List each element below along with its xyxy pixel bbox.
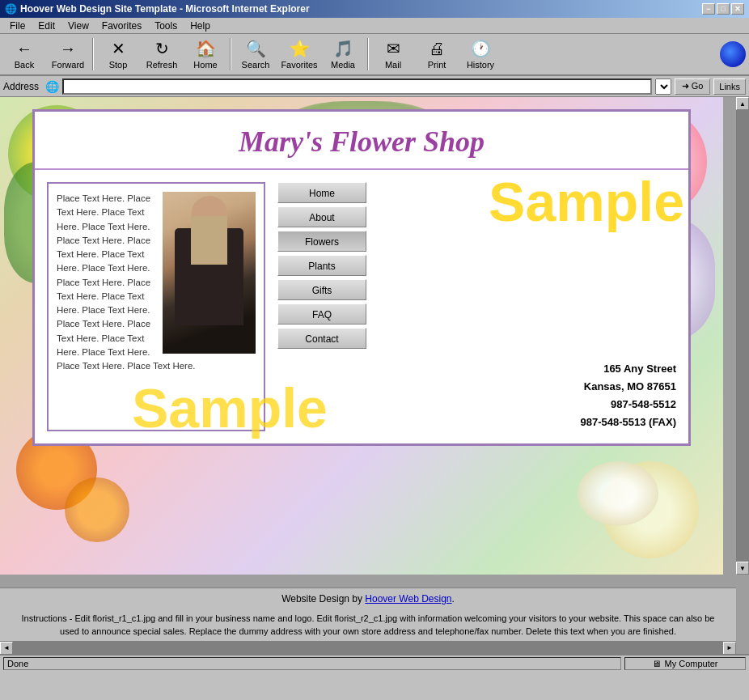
go-button[interactable]: ➜ Go: [675, 78, 711, 95]
toolbar-separator-1: [92, 38, 94, 70]
nav-faq[interactable]: FAQ: [277, 303, 366, 325]
credit-text: Website Design by: [281, 593, 365, 605]
home-icon: 🏠: [196, 39, 216, 58]
media-label: Media: [331, 60, 355, 70]
scroll-track[interactable]: [736, 110, 749, 562]
print-icon: 🖨: [429, 40, 445, 58]
window-title: Hoover Web Design Site Template - Micros…: [20, 3, 310, 15]
right-column: Sample Home About Flowers Plants Gifts F…: [277, 182, 676, 431]
toolbar-separator-2: [230, 38, 231, 70]
main-panel: Mary's Flower Shop Place Text Here. Plac…: [32, 109, 691, 446]
menu-favorites[interactable]: Favorites: [95, 19, 148, 33]
menu-bar: File Edit View Favorites Tools Help: [0, 18, 749, 34]
menu-file[interactable]: File: [3, 19, 32, 33]
favorites-label: Favorites: [281, 60, 317, 70]
person-photo: [163, 192, 256, 354]
toolbar-separator-3: [367, 38, 369, 70]
back-icon: ←: [16, 40, 32, 58]
forward-button[interactable]: → Forward: [47, 36, 89, 73]
scroll-h-track[interactable]: [13, 642, 723, 655]
address-dropdown[interactable]: [655, 78, 671, 95]
menu-help[interactable]: Help: [184, 19, 217, 33]
maximize-button[interactable]: □: [717, 3, 730, 15]
scrollbar-bottom: ◄ ►: [0, 641, 736, 654]
forward-label: Forward: [52, 60, 84, 70]
scroll-left-button[interactable]: ◄: [0, 642, 13, 655]
footer-area: Website Design by Hoover Web Design. Ins…: [0, 588, 736, 641]
scroll-down-button[interactable]: ▼: [736, 562, 749, 575]
menu-edit[interactable]: Edit: [32, 19, 61, 33]
mail-icon: ✉: [387, 39, 400, 58]
address-line1: 165 Any Street: [277, 360, 676, 378]
history-icon: 🕐: [471, 39, 491, 58]
window-controls: − □ ✕: [702, 3, 744, 15]
nav-about[interactable]: About: [277, 206, 366, 227]
address-info: 165 Any Street Kansas, MO 87651 987-548-…: [277, 350, 676, 431]
shop-title: Mary's Flower Shop: [35, 112, 688, 170]
mail-label: Mail: [385, 60, 401, 70]
back-label: Back: [15, 60, 34, 70]
history-label: History: [467, 60, 494, 70]
stop-button[interactable]: ✕ Stop: [97, 36, 139, 73]
refresh-label: Refresh: [146, 60, 178, 70]
media-icon: 🎵: [333, 39, 353, 58]
ie-logo: [720, 41, 746, 67]
search-button[interactable]: 🔍 Search: [235, 36, 277, 73]
address-label: Address: [3, 81, 42, 92]
search-label: Search: [242, 60, 270, 70]
nav-gifts[interactable]: Gifts: [277, 279, 366, 300]
go-arrow-icon: ➜: [682, 81, 689, 91]
computer-icon: 🖥: [652, 659, 661, 668]
nav-contact[interactable]: Contact: [277, 328, 366, 349]
scrollbar-right: ▲ ▼: [736, 97, 749, 575]
scroll-right-button[interactable]: ►: [723, 642, 736, 655]
links-button[interactable]: Links: [713, 78, 746, 95]
instructions: Instructions - Edit florist_r1_c1.jpg an…: [0, 609, 736, 641]
address-line2: Kansas, MO 87651: [277, 378, 676, 396]
phone: 987-548-5512: [277, 396, 676, 414]
print-label: Print: [428, 60, 446, 70]
address-input[interactable]: [62, 78, 652, 95]
credit-link[interactable]: Hoover Web Design: [365, 593, 451, 605]
back-button[interactable]: ← Back: [3, 36, 45, 73]
flower-page: Mary's Flower Shop Place Text Here. Plac…: [0, 97, 723, 575]
refresh-button[interactable]: ↻ Refresh: [141, 36, 183, 73]
print-button[interactable]: 🖨 Print: [416, 36, 458, 73]
search-icon: 🔍: [246, 39, 266, 58]
stop-icon: ✕: [112, 39, 125, 58]
forward-icon: →: [60, 40, 76, 58]
address-icon: 🌐: [45, 80, 59, 93]
menu-tools[interactable]: Tools: [148, 19, 184, 33]
nav-plants[interactable]: Plants: [277, 255, 366, 276]
favorites-button[interactable]: ⭐ Favorites: [278, 36, 320, 73]
stop-label: Stop: [109, 60, 128, 70]
title-bar: 🌐 Hoover Web Design Site Template - Micr…: [0, 0, 749, 18]
address-bar: Address 🌐 ➜ Go Links: [0, 76, 749, 97]
fax: 987-548-5513 (FAX): [277, 414, 676, 431]
text-box: Place Text Here. Place Text Here. Place …: [47, 182, 265, 431]
content-area: Place Text Here. Place Text Here. Place …: [35, 170, 688, 443]
status-text: Done: [3, 657, 621, 670]
footer-credit: Website Design by Hoover Web Design.: [0, 588, 736, 609]
history-button[interactable]: 🕐 History: [459, 36, 501, 73]
home-label: Home: [193, 60, 217, 70]
status-bar: Done 🖥 My Computer: [0, 654, 749, 672]
scroll-up-button[interactable]: ▲: [736, 97, 749, 110]
close-button[interactable]: ✕: [731, 3, 744, 15]
nav-flowers[interactable]: Flowers: [277, 231, 366, 252]
mail-button[interactable]: ✉ Mail: [372, 36, 414, 73]
toolbar: ← Back → Forward ✕ Stop ↻ Refresh 🏠 Home…: [0, 34, 749, 76]
favorites-icon: ⭐: [290, 39, 310, 58]
media-button[interactable]: 🎵 Media: [322, 36, 364, 73]
home-button[interactable]: 🏠 Home: [184, 36, 226, 73]
refresh-icon: ↻: [155, 39, 169, 58]
zone-indicator: 🖥 My Computer: [624, 657, 746, 670]
minimize-button[interactable]: −: [702, 3, 715, 15]
nav-home[interactable]: Home: [277, 182, 366, 203]
title-icon: 🌐: [5, 3, 17, 15]
menu-view[interactable]: View: [61, 19, 95, 33]
browser-content: Mary's Flower Shop Place Text Here. Plac…: [0, 97, 749, 654]
period: .: [452, 593, 455, 605]
nav-buttons: Home About Flowers Plants Gifts FAQ Cont…: [277, 182, 676, 350]
